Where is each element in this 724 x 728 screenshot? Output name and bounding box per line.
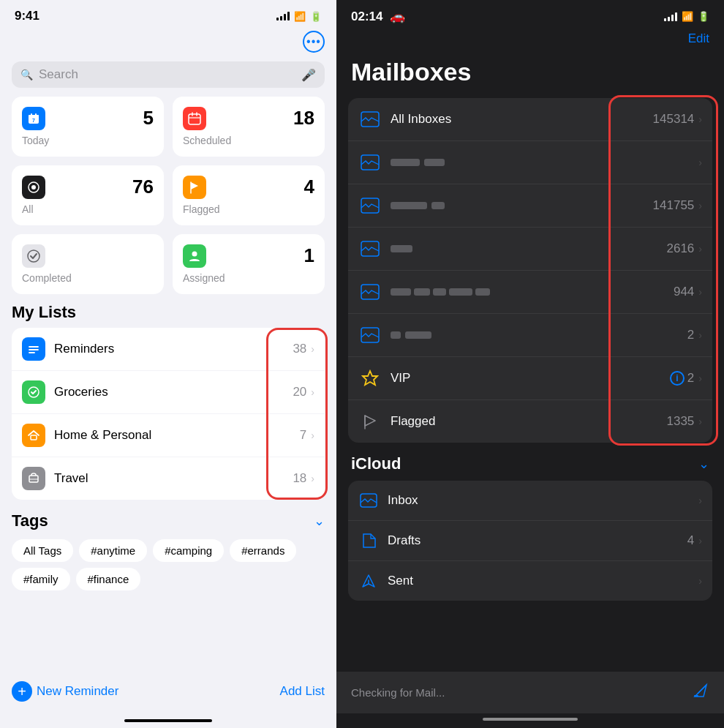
list-item-groceries[interactable]: Groceries 20 ›	[12, 371, 325, 414]
tags-chevron-icon[interactable]: ⌄	[314, 513, 325, 529]
wifi-icon-left: 📶	[294, 11, 306, 22]
icloud-sent-name: Sent	[388, 574, 698, 588]
smart-lists-grid: 7 5 Today 18 Scheduled 76	[0, 97, 336, 303]
search-icon: 🔍	[20, 69, 33, 80]
mail-header: Edit	[336, 29, 724, 52]
all-inboxes-count: 145314	[653, 112, 695, 127]
all-label: All	[22, 203, 154, 215]
tag-family[interactable]: #family	[12, 568, 70, 590]
edit-button[interactable]: Edit	[688, 31, 709, 46]
status-time-right: 02:14 🚗	[351, 9, 405, 24]
scheduled-label: Scheduled	[183, 135, 314, 146]
more-button-area: •••	[0, 28, 336, 59]
mailbox-blurred-3[interactable]: 2616 ›	[348, 228, 712, 271]
assigned-icon	[183, 244, 206, 268]
home-personal-list-icon	[22, 424, 45, 447]
mailbox-blurred-5[interactable]: 2 ›	[348, 314, 712, 357]
svg-rect-32	[694, 695, 698, 697]
tag-all-tags[interactable]: All Tags	[12, 539, 73, 562]
flagged-card-top: 4	[183, 176, 314, 199]
tags-title: Tags	[12, 511, 48, 530]
blurred-5-count: 2	[687, 328, 694, 342]
travel-list-name: Travel	[54, 471, 293, 486]
right-status-icons: 📶 🔋	[664, 11, 709, 22]
mailbox-blurred-1[interactable]: ›	[348, 141, 712, 184]
vip-icon	[358, 367, 382, 390]
more-button[interactable]: •••	[303, 31, 325, 53]
battery-icon-left: 🔋	[310, 11, 322, 22]
tag-finance[interactable]: #finance	[76, 568, 141, 590]
blurred-3-chevron: ›	[698, 243, 702, 255]
mailboxes-title: Mailboxes	[336, 52, 724, 98]
home-indicator-right	[483, 718, 578, 721]
completed-card[interactable]: Completed	[12, 234, 164, 294]
home-personal-list-count: 7	[300, 428, 306, 443]
svg-point-11	[31, 185, 36, 189]
mic-icon: 🎤	[301, 68, 316, 82]
blurred-3-icon	[358, 237, 382, 260]
icloud-inbox-icon	[358, 490, 379, 511]
wifi-icon-right: 📶	[682, 11, 693, 22]
scheduled-count: 18	[293, 107, 314, 130]
today-count: 5	[143, 107, 154, 130]
mailbox-all-inboxes[interactable]: All Inboxes 145314 ›	[348, 98, 712, 141]
all-inboxes-chevron: ›	[698, 113, 702, 125]
compose-icon[interactable]	[692, 682, 709, 703]
svg-marker-28	[363, 371, 377, 385]
all-card-top: 76	[22, 176, 154, 199]
assigned-card[interactable]: 1 Assigned	[173, 234, 325, 294]
blurred-2-count: 141755	[653, 198, 695, 213]
flagged-mail-icon	[358, 410, 382, 433]
mailbox-blurred-4[interactable]: 944 ›	[348, 271, 712, 314]
blurred-1-icon	[358, 151, 382, 174]
list-item-home-personal[interactable]: Home & Personal 7 ›	[12, 414, 325, 457]
groceries-list-icon	[22, 380, 45, 404]
icloud-chevron-icon[interactable]: ⌄	[698, 456, 709, 472]
svg-rect-6	[189, 114, 200, 124]
blurred-4-name	[391, 288, 674, 296]
list-item-travel[interactable]: Travel 18 ›	[12, 457, 325, 500]
scheduled-card[interactable]: 18 Scheduled	[173, 97, 325, 157]
reminders-list-name: Reminders	[54, 342, 293, 356]
signal-bar-2	[280, 16, 282, 20]
blurred-5-icon	[358, 323, 382, 347]
search-placeholder: Search	[39, 67, 295, 82]
my-lists-title: My Lists	[12, 303, 325, 322]
icloud-inbox[interactable]: Inbox ›	[348, 481, 712, 521]
status-bar-left: 9:41 📶 🔋	[0, 0, 336, 28]
today-label: Today	[22, 135, 154, 146]
today-icon: 7	[22, 107, 45, 130]
mailbox-flagged[interactable]: Flagged 1335 ›	[348, 400, 712, 443]
today-card[interactable]: 7 5 Today	[12, 97, 164, 157]
add-list-button[interactable]: Add List	[280, 684, 325, 699]
list-item-reminders[interactable]: Reminders 38 ›	[12, 328, 325, 371]
search-bar[interactable]: 🔍 Search 🎤	[12, 61, 325, 88]
svg-rect-3	[31, 113, 32, 116]
blurred-3-count: 2616	[667, 241, 695, 256]
mailbox-vip[interactable]: VIP i 2 ›	[348, 357, 712, 400]
tag-camping[interactable]: #camping	[153, 539, 224, 562]
lists-card: Reminders 38 › Groceries 20 ›	[12, 328, 325, 500]
flagged-mail-name: Flagged	[391, 414, 667, 429]
assigned-count: 1	[304, 244, 314, 267]
icloud-sent[interactable]: Sent ›	[348, 561, 712, 601]
new-reminder-button[interactable]: + New Reminder	[12, 681, 118, 702]
blurred-5-chevron: ›	[698, 329, 702, 341]
mailbox-blurred-2[interactable]: 141755 ›	[348, 184, 712, 228]
completed-card-top	[22, 244, 154, 268]
icloud-section: iCloud ⌄ Inbox › Drafts 4 ›	[348, 454, 712, 601]
tag-anytime[interactable]: #anytime	[79, 539, 147, 562]
flagged-count: 4	[304, 176, 314, 198]
travel-list-count: 18	[293, 471, 306, 486]
signal-bar-4	[287, 12, 290, 20]
blurred-4-chevron: ›	[698, 286, 702, 298]
icloud-drafts[interactable]: Drafts 4 ›	[348, 521, 712, 561]
vip-info-icon: i	[670, 371, 685, 386]
icloud-inbox-name: Inbox	[388, 493, 698, 508]
mailbox-list: All Inboxes 145314 › ›	[348, 98, 712, 443]
tag-errands[interactable]: #errands	[230, 539, 296, 562]
all-card[interactable]: 76 All	[12, 165, 164, 225]
icloud-sent-chevron: ›	[698, 575, 702, 587]
blurred-3-name	[391, 245, 667, 252]
flagged-card[interactable]: 4 Flagged	[173, 165, 325, 225]
